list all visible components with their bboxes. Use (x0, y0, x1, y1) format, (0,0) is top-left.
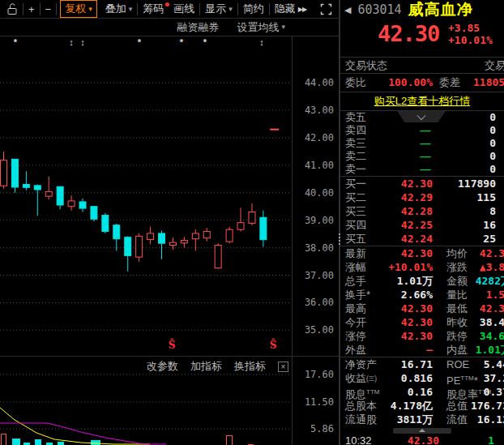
stat-value: 42.30 (480, 302, 504, 315)
price-axis-label: 40.00 (293, 187, 339, 199)
chips-button[interactable]: 筹码 (138, 2, 169, 16)
ma-setting-label: 设置均线 (237, 20, 279, 35)
margin-trading-button[interactable]: 融资融券 (177, 20, 219, 35)
bid-label: 买一 (345, 177, 366, 190)
stat-value: 4282万 (476, 274, 504, 288)
collapse-asks-button[interactable] (397, 111, 446, 122)
stat-value: 4.178亿 (386, 399, 433, 413)
switch-indicator-button[interactable]: 换指标 (234, 359, 266, 374)
ask-label: 卖三 (345, 137, 366, 150)
price-axis-label: 35.00 (293, 324, 339, 336)
add-indicator-button[interactable]: 加指标 (190, 359, 222, 374)
stat-label: 跌停 (446, 329, 468, 343)
bid-price: 42.25 (391, 218, 433, 232)
bid-label: 买四 (345, 218, 366, 232)
bid-row-5[interactable]: 买五 42.24 25 (340, 232, 504, 246)
chart-subbar: 融资融券 设置均线 ▾ (0, 19, 339, 36)
indicator-header: 改参数 加指标 换指标 × (0, 359, 292, 374)
candlestick-svg (0, 36, 339, 356)
stat-label: 金额 (446, 274, 468, 288)
ask-label: 卖二 (345, 150, 366, 163)
bid-qty: 16 (483, 218, 496, 232)
event-star-icon: * (138, 38, 141, 46)
indicator-axis-label: 11.50 (293, 396, 339, 408)
ask-label: 卖一 (345, 163, 366, 176)
overlay-button[interactable]: 叠加 ▾ (100, 2, 138, 16)
display-button[interactable]: 显示 ▾ (200, 2, 237, 16)
ask-row-1[interactable]: 卖一 — 0 (340, 163, 504, 176)
ask-qty: 0 (489, 163, 496, 176)
stat-value: 34.61 (480, 329, 504, 343)
stock-header: ◀ 603014 威高血净 (340, 0, 504, 19)
bid-price: 42.29 (391, 190, 433, 204)
stat-label: 涨停 (345, 329, 366, 343)
stat-value: 176.73 (471, 399, 504, 413)
stat-row-4: 最高42.30最低42.30 (340, 302, 504, 315)
expand-panel-button[interactable] (393, 428, 451, 434)
indicator-panel[interactable]: 改参数 加指标 换指标 × 17.6011.505.86 (0, 356, 339, 445)
stat-value: ▲3.85 (480, 260, 504, 274)
ma-setting-button[interactable]: 设置均线 ▾ (237, 20, 285, 35)
chevron-down-icon: ▾ (229, 6, 233, 13)
price-axis-label: 39.00 (293, 215, 339, 226)
fullscreen-button[interactable] (315, 3, 337, 15)
weibi-label: 委比 (345, 74, 366, 92)
bid-qty: 25 (483, 232, 496, 246)
zoom-out-button[interactable]: − (41, 3, 57, 15)
tick-price: 42.30 (397, 434, 439, 445)
buy-l2-link[interactable]: 购买L2查看十档行情 (374, 94, 470, 109)
indicator-axis-label: 5.86 (293, 423, 339, 434)
hide-button[interactable]: 隐藏 ▶▶ (270, 2, 311, 16)
stat-value: 42.30 (386, 302, 433, 315)
price-axis-label: 37.00 (293, 270, 339, 281)
stat-label: 量比 (446, 288, 468, 302)
chevron-up-icon (419, 429, 425, 432)
back-arrow-icon[interactable]: ◀ (344, 5, 351, 15)
change-params-button[interactable]: 改参数 (147, 359, 178, 374)
stat-label: 换手* (345, 288, 370, 302)
last-price: 42.30 (378, 21, 439, 46)
bid-label: 买五 (345, 232, 366, 246)
stat-row-6: 涨停42.30跌停34.61 (340, 329, 504, 343)
weibi-value: 100.00% (379, 74, 433, 92)
tick-time: 10:32 (345, 434, 372, 445)
zoom-in-button[interactable]: + (23, 3, 40, 15)
fuquan-button[interactable]: 复权 ▾ (60, 0, 97, 18)
ask-qty: 0 (489, 150, 496, 163)
bid-row-3[interactable]: 买三 42.28 8 (340, 204, 504, 218)
simple-mode-button[interactable]: 简约 (238, 2, 269, 16)
stat-label: 今开 (345, 315, 366, 329)
ask-row-2[interactable]: 卖二 — 0 (340, 150, 504, 163)
ask-row-5[interactable]: 卖五 0 (340, 111, 504, 124)
bid-row-2[interactable]: 买二 42.29 115 (340, 190, 504, 204)
ask-row-3[interactable]: 卖三 — 0 (340, 137, 504, 150)
ask-row-4[interactable]: 卖四 — 0 (340, 124, 504, 137)
bid-qty: 117890 (458, 177, 496, 190)
stock-name: 威高血净 (408, 0, 473, 20)
l2-link-row: 购买L2查看十档行情 (340, 92, 504, 110)
fund-row-2: 股息TTM0.16股息率TTM0.37 (340, 385, 504, 399)
no-price-dash: — (415, 150, 436, 163)
trade-status-right: 交易 (485, 58, 504, 73)
fund-row-3: 总股本4.178亿总值176.73 (340, 399, 504, 413)
fuquan-label: 复权 (65, 2, 86, 16)
event-arrow-icon: ↕ (69, 38, 74, 46)
fund-row-4: 流通股3811万流值16.12 (340, 413, 504, 426)
fund-row-1: 收益㈢0.816PETTM*37.2 (340, 371, 504, 385)
no-price-dash: — (415, 124, 436, 137)
ask-qty: 0 (489, 124, 496, 137)
candlestick-chart[interactable]: *↕↕***↕ 44.0043.0042.0041.0040.0039.0038… (0, 36, 339, 356)
close-indicator-button[interactable]: × (278, 362, 288, 372)
lock-icon[interactable] (2, 2, 23, 15)
weibi-row: 委比 100.00% 委差 118054 (340, 74, 504, 92)
weicha-label: 委差 (439, 74, 460, 92)
bid-row-1[interactable]: 买一 42.30 117890 (340, 177, 504, 190)
stat-label: ROE (446, 357, 469, 371)
bid-row-4[interactable]: 买四 42.25 16 (340, 218, 504, 232)
tick-row[interactable]: 10:32 42.30 1 (340, 434, 504, 445)
stat-label: 涨跌 (446, 260, 468, 274)
chips-label: 筹码 (143, 2, 164, 16)
draw-line-button[interactable]: 画线 (169, 2, 199, 16)
price-header: 42.30 +3.85 +10.01% (340, 19, 504, 57)
stat-row-5: 今开42.30昨收38.45 (340, 315, 504, 329)
